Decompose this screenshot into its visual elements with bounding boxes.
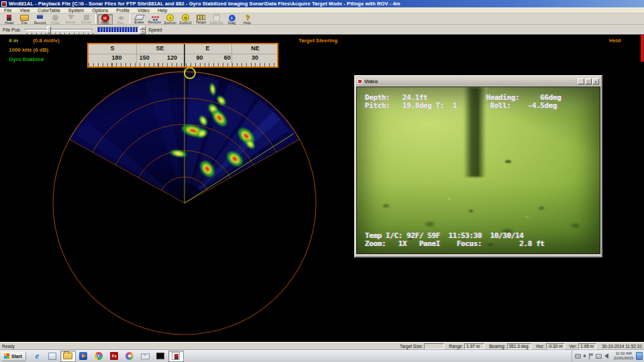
toolbar-separator: [95, 14, 96, 23]
toolbar-target-button[interactable]: Target: [193, 14, 209, 25]
status-field-label: Bearing:: [489, 344, 505, 349]
video-title-bar[interactable]: Video _ □ x: [356, 77, 600, 86]
toolbar-help-button[interactable]: Help: [239, 14, 255, 25]
toolbar-separator: [129, 14, 130, 23]
compass-ticks: [89, 63, 277, 66]
compass-degree: 150: [140, 54, 150, 61]
filezilla-icon: Fz: [110, 352, 118, 360]
speed-bar[interactable]: [97, 27, 139, 33]
compass-bar: SSEENE 180150120906030: [87, 43, 278, 68]
win881al-icon: [172, 352, 180, 360]
volume-icon[interactable]: [604, 353, 608, 359]
menu-colortable[interactable]: ColorTable: [34, 7, 64, 13]
toolbar-hold-button[interactable]: Hold: [97, 14, 113, 25]
compass-cardinal: SE: [156, 45, 164, 52]
taskbar-win881al-button[interactable]: [168, 351, 184, 362]
erase-icon: [135, 15, 144, 20]
taskbar-media-player-button[interactable]: [76, 351, 91, 362]
taskbar-command-prompt-button[interactable]: _: [153, 351, 168, 362]
help-icon: [243, 15, 252, 21]
zoomin-icon: [166, 15, 175, 21]
toolbar-diag-button[interactable]: Diag: [224, 14, 239, 25]
status-field-value: 351.3 deg.: [507, 343, 532, 349]
hold-icon: [101, 15, 110, 21]
minimize-icon[interactable]: _: [578, 78, 584, 84]
system-app-icon: [48, 353, 56, 360]
spinner-down-icon[interactable]: ▼: [140, 30, 146, 34]
taskbar: Start eFz_ 8 11:02 AM 21/01/2015: [0, 349, 644, 362]
network-icon[interactable]: [596, 354, 602, 359]
taskbar-file-explorer-button[interactable]: [60, 351, 76, 362]
menu-video[interactable]: Video: [133, 7, 154, 13]
compass-cardinal-row: SSEENE: [89, 44, 277, 54]
video-window[interactable]: Video _ □ x Depth: 24.1ft Heading: 66deg…: [354, 75, 602, 257]
gyro-status: Gyro Enabled: [9, 56, 44, 62]
status-field: Ver:1.95 m: [570, 343, 597, 349]
paint-icon: [125, 352, 133, 360]
compass-cell-divider: [231, 44, 232, 66]
window-title: Win881AL - Playback File [C:\0 - Sonar F…: [9, 1, 400, 7]
status-field-label: Target Size:: [400, 344, 423, 349]
menu-system[interactable]: System: [64, 7, 88, 13]
compass-cell-divider: [136, 44, 137, 66]
start-button[interactable]: Start: [1, 351, 26, 361]
taskbar-internet-explorer-button[interactable]: e: [30, 351, 45, 362]
toolbar-label: SScan: [80, 21, 91, 24]
compass-degree: 60: [224, 54, 231, 61]
media-player-icon: [79, 352, 87, 360]
menu-help[interactable]: Help: [154, 7, 171, 13]
count-badge-icon[interactable]: 8: [584, 354, 586, 358]
taskbar-filezilla-button[interactable]: Fz: [107, 351, 122, 362]
speed-spinner[interactable]: ▲ ▼: [140, 26, 146, 34]
status-bar: Ready Target Size:Range:1.97 mBearing:35…: [0, 342, 644, 349]
compass-cardinal: NE: [251, 45, 260, 52]
compass-degree-row: 180150120906030: [89, 54, 277, 62]
status-field: Target Size:: [400, 343, 444, 349]
toolbar-zoomo-button[interactable]: ZoomO: [178, 14, 193, 25]
taskbar-paint-button[interactable]: [122, 351, 138, 362]
start-label: Start: [11, 354, 22, 359]
slider-thumb[interactable]: [47, 26, 51, 34]
toolbar-restore-button[interactable]: Restore: [147, 14, 162, 25]
status-field-label: Range:: [449, 344, 463, 349]
close-icon[interactable]: x: [592, 78, 599, 84]
toolbar-label: Target: [196, 21, 206, 24]
toolbar-record-button[interactable]: Record: [32, 14, 48, 25]
rev-icon: [116, 15, 125, 21]
head-icon: [5, 15, 14, 21]
toolbar-zoomin-button[interactable]: ZoomIn: [162, 14, 178, 25]
file-icon: [20, 15, 30, 21]
status-field-label: Hor:: [536, 344, 544, 349]
tray-date: 21/01/2015: [614, 356, 633, 360]
diag-icon: [227, 15, 237, 21]
windows-flag-icon: [4, 353, 9, 359]
taskbar-mail-button[interactable]: [138, 351, 153, 362]
flag-icon[interactable]: [588, 353, 593, 359]
status-ready: Ready: [2, 344, 395, 349]
file-pos-slider[interactable]: [25, 26, 92, 34]
toolbar-sector-button: Sector: [63, 14, 78, 25]
menu-bar: FileViewColorTableSystemOptionsProfileVi…: [0, 7, 644, 13]
menu-options[interactable]: Options: [88, 7, 112, 13]
toolbar-file-button[interactable]: File: [17, 14, 32, 25]
tray-clock[interactable]: 11:02 AM 21/01/2015: [614, 351, 633, 361]
taskbar-apps: eFz_: [30, 351, 184, 362]
transport-bar: File Pos: ▲ ▼ Speed: [0, 25, 644, 35]
polar-icon: [51, 15, 60, 21]
menu-profile[interactable]: Profile: [112, 7, 133, 13]
mail-icon: [141, 353, 150, 359]
show-desktop-button[interactable]: [636, 352, 643, 360]
sector-icon: [66, 15, 76, 20]
compass-cardinal: E: [205, 45, 209, 52]
menu-view[interactable]: View: [15, 7, 34, 13]
toolbar-head-button[interactable]: Head: [1, 14, 17, 25]
toolbar-erase-button[interactable]: Erase: [131, 14, 147, 25]
maximize-icon[interactable]: □: [585, 78, 592, 84]
status-field: Bearing:351.3 deg.: [489, 343, 531, 349]
printer-icon[interactable]: [575, 354, 581, 359]
chrome-icon: [95, 352, 103, 360]
taskbar-chrome-button[interactable]: [91, 351, 107, 362]
taskbar-system-app-button[interactable]: [45, 351, 60, 362]
compass-degree: 180: [111, 54, 121, 61]
menu-file[interactable]: File: [0, 7, 15, 13]
